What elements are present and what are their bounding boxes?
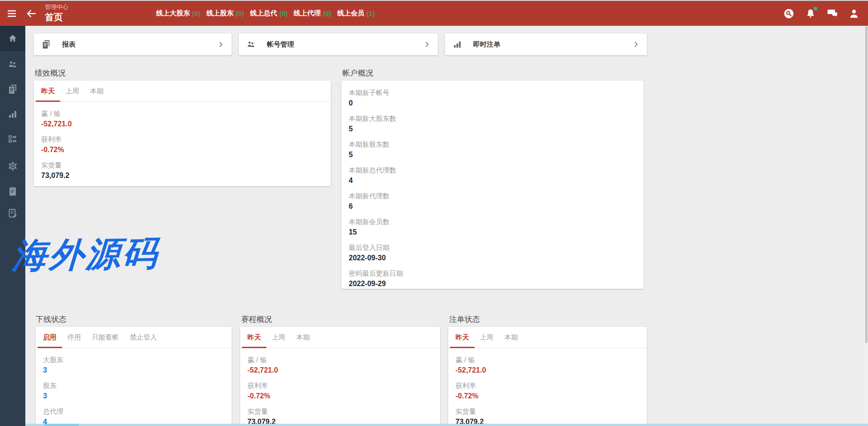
gear-icon xyxy=(7,161,18,172)
sidebar-item-tasks[interactable] xyxy=(0,178,25,204)
downline-status-card: 启用 停用 只能看帐 禁止登入 大股东 3 股东 3 总代理 4 xyxy=(36,327,232,426)
bar-chart-icon xyxy=(452,39,462,49)
nav-online-master-agent[interactable]: 线上总代 (0) xyxy=(250,9,288,18)
stat-value: -52,721.0 xyxy=(455,365,640,375)
vertical-scrollbar[interactable] xyxy=(865,26,868,426)
clipboard-icon xyxy=(7,186,18,196)
sidebar-item-lists[interactable] xyxy=(0,126,25,152)
tab-this-period[interactable]: 本期 xyxy=(85,81,109,101)
chevron-right-icon xyxy=(423,41,431,48)
stat-label: 获利率 xyxy=(41,134,323,144)
quick-link-label: 报表 xyxy=(62,40,76,49)
section-title-bets: 注单状态 xyxy=(449,314,480,325)
stat-value: -0.72% xyxy=(41,144,323,155)
account-item: 本期新大股东数 5 xyxy=(349,114,636,134)
tab-disabled[interactable]: 停用 xyxy=(62,327,86,348)
nav-online-member[interactable]: 线上会员 (1) xyxy=(337,9,375,18)
item-label: 最后登入日期 xyxy=(349,243,636,253)
stat-big-shareholder: 大股东 3 xyxy=(43,355,224,375)
stat-win-loss: 赢 / 输 -52,721.0 xyxy=(455,355,640,375)
menu-icon[interactable] xyxy=(6,8,18,19)
tab-yesterday[interactable]: 昨天 xyxy=(450,327,474,348)
stat-profit-rate: 获利率 -0.72% xyxy=(41,134,323,155)
item-label: 本期新大股东数 xyxy=(349,114,636,124)
schedule-overview-card: 昨天 上周 本期 赢 / 输 -52,721.0 获利率 -0.72% 实货量 … xyxy=(240,327,440,426)
tab-yesterday[interactable]: 昨天 xyxy=(36,81,60,101)
tab-this-period[interactable]: 本期 xyxy=(291,327,315,348)
report-copy-icon xyxy=(41,39,51,49)
nav-count: (0) xyxy=(192,10,200,17)
stat-value: -52,721.0 xyxy=(41,119,323,129)
tab-no-login[interactable]: 禁止登入 xyxy=(124,327,162,348)
title-block: 管理中心 首页 xyxy=(45,4,68,23)
stat-turnover: 实货量 73,079.2 xyxy=(455,407,640,426)
downline-tabs: 启用 停用 只能看帐 禁止登入 xyxy=(36,327,232,348)
stat-label: 实货量 xyxy=(41,160,323,170)
account-item: 本期新股东数 5 xyxy=(349,139,636,160)
sidebar-item-statistics[interactable] xyxy=(0,101,25,127)
topbar: 管理中心 首页 线上大股东 (0) 线上股东 (0) 线上总代 (0) 线上代理… xyxy=(0,1,868,26)
stat-label: 赢 / 输 xyxy=(41,109,323,119)
sidebar-item-accounts[interactable] xyxy=(0,52,25,77)
chat-icon[interactable] xyxy=(826,8,838,19)
tab-last-week[interactable]: 上周 xyxy=(474,327,499,348)
nav-online-agent[interactable]: 线上代理 (0) xyxy=(294,9,331,18)
account-person-icon[interactable] xyxy=(848,8,860,19)
stat-win-loss: 赢 / 输 -52,721.0 xyxy=(41,109,323,129)
nav-label: 线上大股东 xyxy=(156,9,190,18)
people-icon xyxy=(246,39,256,49)
stat-label: 获利率 xyxy=(247,381,433,391)
nav-count: (0) xyxy=(280,10,288,17)
account-item: 本期新总代理数 4 xyxy=(349,165,636,186)
chevron-right-icon xyxy=(217,41,224,48)
nav-count: (0) xyxy=(236,10,244,17)
stat-shareholder: 股东 3 xyxy=(43,381,224,401)
quick-link-account-management[interactable]: 帐号管理 xyxy=(239,34,438,55)
scrollbar-thumb[interactable] xyxy=(865,26,868,343)
section-title-downline: 下线状态 xyxy=(36,314,66,325)
stat-label: 大股东 xyxy=(43,355,224,365)
item-label: 本期新代理数 xyxy=(349,191,636,201)
stat-label: 实货量 xyxy=(455,407,640,416)
item-label: 密码最后更新日期 xyxy=(349,268,636,278)
notifications-bell-icon[interactable] xyxy=(805,8,816,19)
sidebar-item-settings[interactable] xyxy=(0,153,25,179)
chevron-right-icon xyxy=(632,41,640,48)
account-item: 最后登入日期 2022-09-30 xyxy=(349,243,636,263)
nav-online-shareholder[interactable]: 线上股东 (0) xyxy=(206,9,244,18)
tab-view-only[interactable]: 只能看帐 xyxy=(86,327,124,348)
item-value: 2022-09-30 xyxy=(349,253,636,263)
people-icon xyxy=(7,59,18,70)
document-edit-icon xyxy=(7,208,18,219)
sidebar-item-logs[interactable] xyxy=(0,201,25,226)
quick-link-live-bets[interactable]: 即时注单 xyxy=(445,34,647,55)
section-title-performance: 绩效概况 xyxy=(35,68,66,78)
tab-enabled[interactable]: 启用 xyxy=(38,327,62,348)
search-icon[interactable] xyxy=(783,8,795,19)
nav-label: 线上会员 xyxy=(337,9,364,18)
stat-label: 赢 / 输 xyxy=(247,355,433,365)
sidebar-item-home[interactable] xyxy=(0,26,25,51)
item-value: 2022-09-29 xyxy=(349,278,636,289)
stat-value: 73,079.2 xyxy=(41,170,323,181)
tab-yesterday[interactable]: 昨天 xyxy=(242,327,266,348)
tab-this-period[interactable]: 本期 xyxy=(499,327,523,348)
item-label: 本期新会员数 xyxy=(349,217,636,227)
nav-count: (1) xyxy=(366,10,375,17)
quick-link-label: 即时注单 xyxy=(473,40,500,49)
sidebar-item-reports[interactable] xyxy=(0,77,25,102)
stat-turnover: 实货量 73,079.2 xyxy=(247,407,433,426)
section-title-account: 帐户概况 xyxy=(342,68,373,78)
tab-last-week[interactable]: 上周 xyxy=(60,81,85,101)
page-title: 首页 xyxy=(45,12,68,23)
nav-label: 线上股东 xyxy=(206,9,233,18)
back-arrow-icon[interactable] xyxy=(25,8,37,19)
stat-label: 实货量 xyxy=(247,407,433,416)
tab-last-week[interactable]: 上周 xyxy=(266,327,291,348)
nav-online-big-shareholder[interactable]: 线上大股东 (0) xyxy=(156,9,200,18)
schedule-tabs: 昨天 上周 本期 xyxy=(240,327,440,348)
quick-link-reports[interactable]: 报表 xyxy=(34,34,232,55)
stat-label: 股东 xyxy=(43,381,224,391)
stat-profit-rate: 获利率 -0.72% xyxy=(247,381,433,401)
item-value: 15 xyxy=(349,227,636,237)
